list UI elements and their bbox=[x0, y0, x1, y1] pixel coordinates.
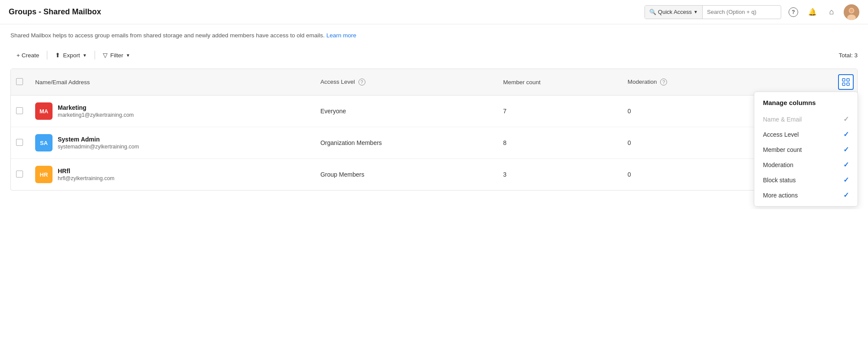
info-banner: Shared Mailbox helps to access group ema… bbox=[10, 31, 858, 40]
row-checkbox-cell bbox=[11, 159, 28, 191]
table-body: MA Marketing marketing1@zylkertraining.c… bbox=[11, 95, 857, 191]
group-info: MA Marketing marketing1@zylkertraining.c… bbox=[35, 102, 306, 120]
bell-icon: 🔔 bbox=[808, 8, 817, 16]
svg-rect-7 bbox=[847, 83, 849, 86]
select-all-checkbox[interactable] bbox=[16, 78, 23, 85]
row-checkbox-3[interactable] bbox=[16, 171, 23, 178]
check-mark-block_status: ✓ bbox=[843, 176, 849, 184]
group-email: hrfl@zylkertraining.com bbox=[58, 175, 115, 181]
search-input[interactable] bbox=[707, 9, 776, 15]
group-avatar: MA bbox=[35, 102, 53, 120]
check-mark-member_count: ✓ bbox=[843, 145, 849, 154]
manage-col-item-block_status[interactable]: Block status ✓ bbox=[754, 172, 858, 187]
manage-columns-list: Name & Email ✓ Access Level ✓ Member cou… bbox=[754, 112, 858, 203]
help-icon: ? bbox=[789, 7, 798, 17]
manage-col-label: Member count bbox=[763, 146, 802, 153]
help-button[interactable]: ? bbox=[786, 5, 800, 19]
row-member-count-cell: 3 bbox=[496, 159, 621, 191]
group-info: HR HRfl hrfl@zylkertraining.com bbox=[35, 166, 306, 183]
manage-col-label: Name & Email bbox=[763, 116, 802, 123]
manage-col-item-member_count[interactable]: Member count ✓ bbox=[754, 142, 858, 157]
manage-col-label: More actions bbox=[763, 192, 798, 199]
toolbar-separator-2 bbox=[95, 51, 95, 59]
check-mark-name_email: ✓ bbox=[843, 115, 849, 123]
group-avatar: SA bbox=[35, 134, 53, 151]
group-email: systemadmin@zylkertraining.com bbox=[58, 144, 139, 150]
moderation-help-icon[interactable]: ? bbox=[660, 79, 667, 86]
svg-point-3 bbox=[850, 8, 854, 12]
table-row: SA System Admin systemadmin@zylkertraini… bbox=[11, 127, 857, 159]
manage-columns-panel: Manage columns Name & Email ✓ Access Lev… bbox=[754, 92, 858, 207]
learn-more-link[interactable]: Learn more bbox=[326, 32, 356, 39]
manage-col-item-access_level[interactable]: Access Level ✓ bbox=[754, 127, 858, 142]
group-email: marketing1@zylkertraining.com bbox=[58, 112, 134, 118]
total-count: Total: 3 bbox=[838, 52, 858, 59]
row-access-level-cell: Group Members bbox=[313, 159, 496, 191]
filter-label: Filter bbox=[110, 52, 123, 59]
page-title: Groups - Shared Mailbox bbox=[9, 7, 101, 16]
group-name: Marketing bbox=[58, 104, 134, 111]
manage-col-item-more_actions[interactable]: More actions ✓ bbox=[754, 187, 858, 203]
table-header-row: Name/Email Address Access Level ? Member… bbox=[11, 69, 857, 95]
quick-access-button[interactable]: 🔍 Quick Access ▼ bbox=[645, 6, 703, 19]
manage-columns-title: Manage columns bbox=[754, 99, 858, 112]
group-details: HRfl hrfl@zylkertraining.com bbox=[58, 168, 115, 181]
row-access-level-cell: Everyone bbox=[313, 95, 496, 127]
row-checkbox-cell bbox=[11, 95, 28, 127]
export-icon: ⬆ bbox=[55, 52, 60, 59]
user-avatar[interactable] bbox=[844, 4, 859, 20]
export-button[interactable]: ⬆ Export ▼ bbox=[49, 49, 93, 62]
row-name-email-cell: MA Marketing marketing1@zylkertraining.c… bbox=[28, 95, 313, 127]
dropdown-arrow: ▼ bbox=[694, 10, 698, 14]
search-input-area bbox=[703, 9, 781, 15]
group-info: SA System Admin systemadmin@zylkertraini… bbox=[35, 134, 306, 151]
row-checkbox-2[interactable] bbox=[16, 139, 23, 146]
svg-rect-5 bbox=[847, 79, 849, 81]
filter-dropdown-arrow: ▼ bbox=[126, 53, 130, 58]
col-header-name-email: Name/Email Address bbox=[28, 69, 313, 95]
check-mark-more_actions: ✓ bbox=[843, 191, 849, 199]
col-header-access-level: Access Level ? bbox=[313, 69, 496, 95]
search-icon: 🔍 bbox=[649, 9, 656, 15]
row-name-email-cell: SA System Admin systemadmin@zylkertraini… bbox=[28, 127, 313, 159]
create-button[interactable]: + Create bbox=[10, 49, 45, 62]
banner-text: Shared Mailbox helps to access group ema… bbox=[10, 32, 325, 39]
check-mark-access_level: ✓ bbox=[843, 130, 849, 138]
select-all-header bbox=[11, 69, 28, 95]
col-header-member-count: Member count bbox=[496, 69, 621, 95]
manage-col-label: Block status bbox=[763, 177, 796, 184]
manage-col-item-name_email[interactable]: Name & Email ✓ bbox=[754, 112, 858, 127]
manage-col-label: Access Level bbox=[763, 131, 799, 138]
row-name-email-cell: HR HRfl hrfl@zylkertraining.com bbox=[28, 159, 313, 191]
home-button[interactable]: ⌂ bbox=[825, 5, 838, 19]
app-header: Groups - Shared Mailbox 🔍 Quick Access ▼… bbox=[0, 0, 868, 24]
svg-rect-6 bbox=[842, 83, 845, 86]
export-dropdown-arrow: ▼ bbox=[82, 53, 87, 58]
group-details: Marketing marketing1@zylkertraining.com bbox=[58, 104, 134, 118]
search-bar: 🔍 Quick Access ▼ bbox=[644, 5, 781, 19]
toolbar-separator-1 bbox=[47, 51, 47, 59]
filter-icon: ▽ bbox=[103, 52, 108, 59]
group-name: HRfl bbox=[58, 168, 115, 174]
row-member-count-cell: 7 bbox=[496, 95, 621, 127]
row-access-level-cell: Organization Members bbox=[313, 127, 496, 159]
export-label: Export bbox=[63, 52, 80, 59]
manage-col-label: Moderation bbox=[763, 161, 793, 168]
row-member-count-cell: 8 bbox=[496, 127, 621, 159]
check-mark-moderation: ✓ bbox=[843, 161, 849, 169]
watermark: CSDN @ZOHO卓勇 bbox=[10, 191, 858, 202]
filter-button[interactable]: ▽ Filter ▼ bbox=[97, 49, 136, 62]
table-row: MA Marketing marketing1@zylkertraining.c… bbox=[11, 95, 857, 127]
svg-rect-4 bbox=[842, 79, 845, 81]
group-name: System Admin bbox=[58, 136, 139, 143]
notifications-button[interactable]: 🔔 bbox=[806, 5, 819, 19]
access-level-help-icon[interactable]: ? bbox=[358, 79, 365, 86]
data-table-container: Name/Email Address Access Level ? Member… bbox=[10, 69, 858, 191]
manage-columns-button[interactable] bbox=[838, 74, 854, 90]
group-avatar: HR bbox=[35, 166, 53, 183]
create-label: + Create bbox=[16, 52, 39, 59]
row-checkbox-1[interactable] bbox=[16, 107, 23, 114]
manage-columns-icon bbox=[842, 78, 850, 86]
manage-col-item-moderation[interactable]: Moderation ✓ bbox=[754, 157, 858, 172]
header-actions: 🔍 Quick Access ▼ ? 🔔 ⌂ bbox=[644, 4, 859, 20]
